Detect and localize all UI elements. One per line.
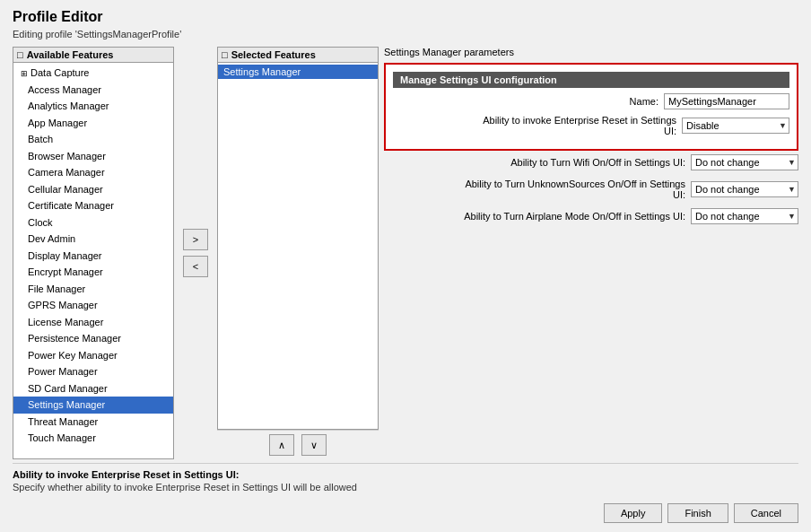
available-item-dev-admin[interactable]: Dev Admin (13, 231, 173, 248)
available-item-touch-manager[interactable]: Touch Manager (13, 430, 173, 447)
available-item-access-manager[interactable]: Access Manager (13, 82, 173, 99)
move-down-button[interactable]: ∨ (301, 434, 327, 456)
available-features-panel: □ Available Features ⊞ Data CaptureAcces… (13, 47, 174, 459)
name-row: Name: (393, 93, 789, 109)
footer: Apply Finish Cancel (13, 496, 798, 523)
wifi-select-wrapper: Do not change Enable Disable (691, 154, 798, 170)
profile-editor-dialog: Profile Editor Editing profile 'Settings… (0, 0, 811, 532)
available-panel-title: Available Features (27, 49, 114, 60)
wifi-row: Ability to Turn Wifi On/Off in Settings … (384, 154, 798, 170)
enterprise-reset-row: Ability to invoke Enterprise Reset in Se… (393, 115, 789, 136)
add-feature-button[interactable]: > (183, 229, 208, 250)
available-item-browser-manager[interactable]: Browser Manager (13, 148, 173, 165)
available-item-display-manager[interactable]: Display Manager (13, 248, 173, 265)
selected-item-settings-manager-sel[interactable]: Settings Manager (218, 65, 378, 79)
available-item-persistence-manager[interactable]: Persistence Manager (13, 330, 173, 347)
unknown-sources-select[interactable]: Do not change Enable Disable (691, 181, 798, 197)
name-input[interactable] (664, 93, 789, 109)
airplane-mode-select[interactable]: Do not change Enable Disable (691, 208, 798, 224)
available-item-app-manager[interactable]: App Manager (13, 115, 173, 132)
available-item-batch[interactable]: Batch (13, 131, 173, 148)
move-up-button[interactable]: ∧ (269, 434, 294, 456)
dialog-title: Profile Editor (13, 9, 798, 25)
cancel-button[interactable]: Cancel (734, 503, 798, 523)
airplane-mode-row: Ability to Turn Airplane Mode On/Off in … (384, 208, 798, 224)
transfer-arrows: > < (179, 47, 212, 459)
enterprise-reset-label: Ability to invoke Enterprise Reset in Se… (479, 115, 676, 136)
available-item-camera-manager[interactable]: Camera Manager (13, 164, 173, 181)
apply-button[interactable]: Apply (604, 503, 663, 523)
finish-button[interactable]: Finish (667, 503, 728, 523)
airplane-mode-select-wrapper: Do not change Enable Disable (691, 208, 798, 224)
available-item-power-manager[interactable]: Power Manager (13, 363, 173, 380)
remove-feature-button[interactable]: < (183, 256, 208, 277)
config-box: Manage Settings UI configuration Name: A… (384, 63, 798, 151)
unknown-sources-row: Ability to Turn UnknownSources On/Off in… (384, 179, 798, 200)
available-item-settings-manager[interactable]: Settings Manager (13, 397, 173, 414)
available-item-encrypt-manager[interactable]: Encrypt Manager (13, 264, 173, 281)
available-expand-icon: □ (17, 49, 23, 60)
wifi-select[interactable]: Do not change Enable Disable (691, 154, 798, 170)
unknown-sources-select-wrapper: Do not change Enable Disable (691, 181, 798, 197)
dialog-subtitle: Editing profile 'SettingsManagerProfile' (13, 29, 798, 39)
available-item-threat-manager[interactable]: Threat Manager (13, 414, 173, 431)
available-item-analytics-manager[interactable]: Analytics Manager (13, 98, 173, 115)
unknown-sources-label: Ability to Turn UnknownSources On/Off in… (452, 179, 685, 200)
selected-panel-header: □ Selected Features (218, 48, 378, 63)
config-box-header: Manage Settings UI configuration (393, 72, 789, 88)
available-item-power-key-manager[interactable]: Power Key Manager (13, 347, 173, 364)
wifi-label: Ability to Turn Wifi On/Off in Settings … (510, 157, 685, 168)
bottom-info-title: Ability to invoke Enterprise Reset in Se… (13, 469, 798, 480)
airplane-mode-label: Ability to Turn Airplane Mode On/Off in … (464, 211, 685, 222)
available-item-file-manager[interactable]: File Manager (13, 281, 173, 298)
available-item-gprs-manager[interactable]: GPRS Manager (13, 297, 173, 314)
available-item-clock[interactable]: Clock (13, 214, 173, 231)
params-title: Settings Manager parameters (384, 47, 798, 57)
selected-features-list[interactable]: Settings Manager (218, 63, 378, 429)
selected-expand-icon: □ (222, 49, 228, 60)
params-panel: Settings Manager parameters Manage Setti… (384, 47, 798, 459)
selected-features-panel: □ Selected Features Settings Manager (217, 47, 379, 430)
available-item-license-manager[interactable]: License Manager (13, 314, 173, 331)
selected-panel-title: Selected Features (231, 49, 316, 60)
available-item-sd-card-manager[interactable]: SD Card Manager (13, 380, 173, 397)
available-item-cellular-manager[interactable]: Cellular Manager (13, 181, 173, 198)
available-panel-header: □ Available Features (13, 48, 173, 63)
name-label: Name: (630, 96, 658, 107)
enterprise-reset-select-wrapper: Disable Enable Do not change (682, 118, 789, 134)
available-features-list[interactable]: ⊞ Data CaptureAccess ManagerAnalytics Ma… (13, 63, 173, 458)
bottom-info: Ability to invoke Enterprise Reset in Se… (13, 463, 798, 496)
updown-panel: ∧ ∨ (217, 430, 379, 459)
available-item-certificate-manager[interactable]: Certificate Manager (13, 197, 173, 214)
enterprise-reset-select[interactable]: Disable Enable Do not change (682, 118, 789, 134)
available-item-data-capture[interactable]: ⊞ Data Capture (13, 65, 173, 82)
bottom-info-text: Specify whether ability to invoke Enterp… (13, 482, 798, 493)
